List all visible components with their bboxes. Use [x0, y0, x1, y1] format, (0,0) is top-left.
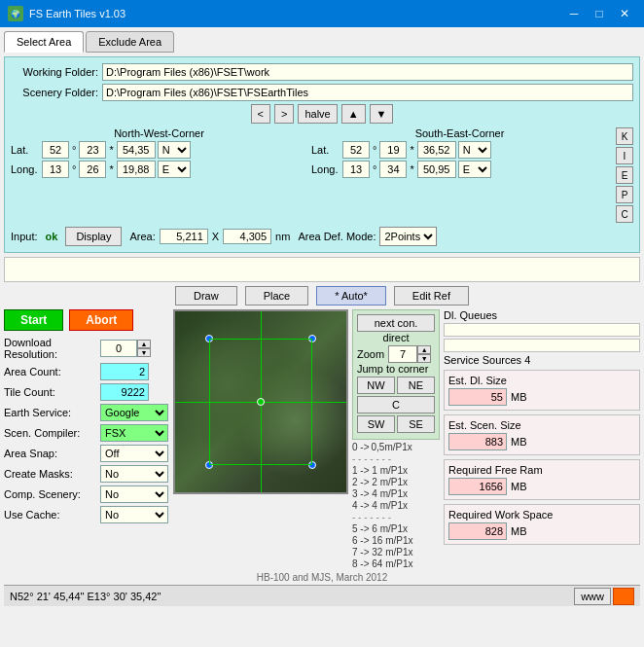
dl-queues-label: Dl. Queues: [444, 309, 640, 321]
zoom-up[interactable]: ▲: [417, 345, 431, 354]
prev-button[interactable]: <: [251, 104, 270, 124]
area-count-input[interactable]: [100, 363, 149, 380]
up-button[interactable]: ▲: [341, 104, 366, 124]
nw-lat-row: Lat. ° * NS: [11, 141, 307, 159]
queue-bar-2: [444, 339, 640, 352]
down-button[interactable]: ▼: [370, 104, 394, 124]
se-corner-title: South-East-Corner: [311, 127, 608, 139]
minimize-button[interactable]: ─: [562, 4, 586, 23]
se-lat-min[interactable]: [379, 141, 407, 159]
area-info: Area: 5,211 X 4,305 nm: [129, 229, 290, 244]
se-lon-sec[interactable]: [417, 161, 456, 178]
use-cache-select[interactable]: NoYes: [100, 506, 168, 523]
place-button[interactable]: Place: [245, 286, 309, 306]
nw-lon-sec[interactable]: [117, 161, 156, 178]
se-lon-deg[interactable]: [342, 161, 370, 178]
se-nav-button[interactable]: SE: [397, 415, 435, 433]
ne-nav-button[interactable]: NE: [397, 377, 435, 394]
se-lat-deg[interactable]: [342, 141, 370, 159]
nw-lat-min[interactable]: [79, 141, 106, 159]
zoom-spinner: ▲ ▼: [388, 345, 431, 363]
www-button[interactable]: www: [574, 588, 611, 605]
map-area[interactable]: [173, 309, 348, 494]
close-button[interactable]: ✕: [613, 4, 636, 23]
orange-button[interactable]: [613, 588, 634, 605]
nw-nav-button[interactable]: NW: [357, 377, 395, 394]
start-button[interactable]: Start: [4, 309, 63, 331]
area-x: X: [212, 231, 219, 242]
tab-exclude-area[interactable]: Exclude Area: [86, 31, 174, 53]
earth-service-select[interactable]: GoogleBing: [100, 404, 168, 421]
tab-bar: Select Area Exclude Area: [4, 31, 640, 53]
k-button[interactable]: K: [616, 127, 633, 145]
p-button[interactable]: P: [616, 186, 633, 203]
sw-nav-button[interactable]: SW: [357, 415, 395, 433]
nw-lat-sec[interactable]: [117, 141, 156, 159]
comp-scenery-label: Comp. Scenery:: [4, 488, 96, 500]
abort-button[interactable]: Abort: [69, 309, 133, 331]
tile-count-input[interactable]: [100, 383, 149, 401]
est-scene-size-row: MB: [448, 433, 635, 450]
dl-resolution-up[interactable]: ▲: [137, 340, 151, 348]
req-workspace-input[interactable]: [448, 522, 507, 540]
i-button[interactable]: I: [616, 147, 633, 164]
maximize-button[interactable]: □: [588, 4, 611, 23]
nw-lon-min[interactable]: [79, 161, 106, 178]
area-count-row: Area Count:: [4, 363, 169, 380]
se-lat-dir[interactable]: NS: [458, 141, 491, 159]
dl-resolution-input[interactable]: [100, 340, 137, 357]
tab-select-area[interactable]: Select Area: [4, 31, 84, 53]
earth-service-label: Earth Service:: [4, 407, 96, 418]
area-snap-select[interactable]: OffOn: [100, 445, 168, 462]
auto-button[interactable]: * Auto*: [316, 286, 386, 306]
area-def-select[interactable]: 2Points Center Manual: [379, 227, 437, 246]
zoom-input[interactable]: [388, 345, 417, 363]
est-scene-size-input[interactable]: [448, 433, 507, 450]
next-button[interactable]: >: [274, 104, 294, 124]
nw-lon-dir[interactable]: EW: [158, 161, 191, 178]
nw-lon-deg[interactable]: [42, 161, 69, 178]
est-dl-size-group: Est. Dl. Size MB: [444, 370, 640, 411]
area-def-mode: Area Def. Mode: 2Points Center Manual: [298, 227, 437, 246]
se-lon-dir[interactable]: EW: [458, 161, 491, 178]
dl-resolution-down[interactable]: ▼: [137, 348, 151, 357]
c-button[interactable]: C: [616, 205, 633, 223]
halve-button[interactable]: halve: [298, 104, 337, 124]
working-folder-input[interactable]: [102, 63, 633, 81]
edit-ref-button[interactable]: Edit Ref: [394, 286, 469, 306]
req-workspace-row: MB: [448, 522, 635, 540]
zoom-down[interactable]: ▼: [417, 354, 431, 363]
create-masks-select[interactable]: NoYes: [100, 465, 168, 483]
area-unit: nm: [275, 231, 290, 242]
se-lon-min[interactable]: [379, 161, 407, 178]
dl-resolution-spinner: ▲ ▼: [100, 340, 151, 357]
comp-scenery-select[interactable]: NoYes: [100, 485, 168, 503]
draw-button[interactable]: Draw: [175, 286, 237, 306]
req-free-ram-label: Required Free Ram: [448, 464, 635, 476]
req-workspace-label: Required Work Space: [448, 509, 635, 521]
req-free-ram-row: MB: [448, 478, 635, 495]
nw-corner-title: North-West-Corner: [11, 127, 307, 139]
create-masks-label: Create Masks:: [4, 468, 96, 480]
nw-lat-label: Lat.: [11, 144, 40, 156]
se-lat-sec[interactable]: [417, 141, 456, 159]
app-title: FS Earth Tiles v1.03: [29, 8, 125, 19]
next-con-button[interactable]: next con.: [357, 314, 435, 332]
est-dl-size-row: MB: [448, 388, 635, 406]
area-width: 5,211: [160, 229, 208, 244]
side-buttons: K I E P C: [616, 127, 633, 223]
scen-compiler-select[interactable]: FSXP3D: [100, 424, 168, 442]
req-free-ram-input[interactable]: [448, 478, 507, 495]
est-dl-size-unit: MB: [511, 391, 527, 403]
e-button[interactable]: E: [616, 166, 633, 184]
est-dl-size-input[interactable]: [448, 388, 507, 406]
nw-lat-dir[interactable]: NS: [158, 141, 191, 159]
display-button[interactable]: Display: [65, 227, 122, 246]
nw-lat-deg[interactable]: [42, 141, 69, 159]
scenery-folder-input[interactable]: [102, 84, 633, 101]
title-bar: 🌍 FS Earth Tiles v1.03 ─ □ ✕: [0, 0, 644, 27]
direct-label: direct: [357, 332, 435, 343]
center-nav-button[interactable]: C: [357, 396, 435, 413]
map-selection-rect: [209, 339, 312, 465]
input-status: ok: [46, 231, 58, 242]
